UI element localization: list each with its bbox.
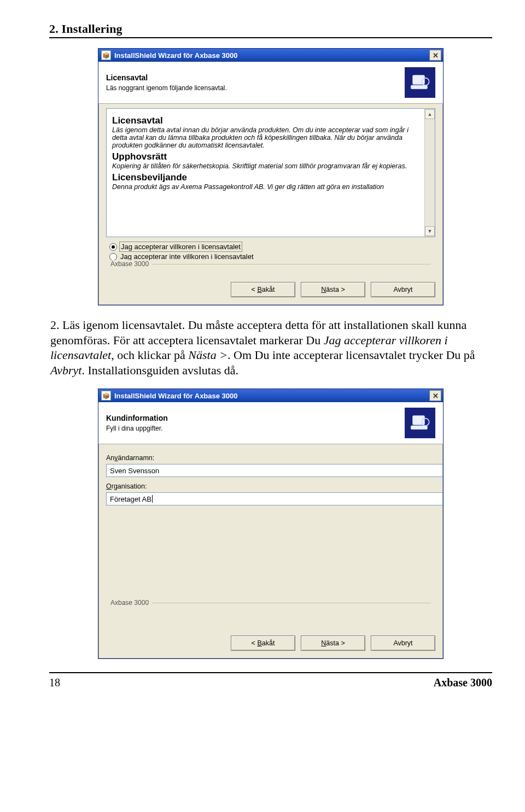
installer-icon: 📦 bbox=[101, 50, 111, 60]
titlebar[interactable]: 📦 InstallShield Wizard för Axbase 3000 ✕ bbox=[98, 49, 443, 62]
next-button[interactable]: Nästa > bbox=[301, 282, 365, 297]
window-title: InstallShield Wizard för Axbase 3000 bbox=[114, 51, 426, 60]
license-para-3: Denna produkt ägs av Axema Passagekontro… bbox=[112, 183, 421, 191]
text-caret-icon bbox=[152, 495, 153, 503]
next-button[interactable]: Nästa > bbox=[301, 636, 365, 651]
radio-accept-label: Jag accepterar villkoren i licensavtalet bbox=[120, 243, 241, 251]
svg-rect-1 bbox=[411, 85, 427, 89]
titlebar[interactable]: 📦 InstallShield Wizard för Axbase 3000 ✕ bbox=[98, 389, 443, 402]
instruction-step-2: 2. Läs igenom licensavtalet. Du måste ac… bbox=[50, 317, 491, 378]
installer-license-dialog: 📦 InstallShield Wizard för Axbase 3000 ✕… bbox=[98, 48, 444, 305]
header-title: Kundinformation bbox=[106, 414, 399, 422]
cancel-button[interactable]: Avbryt bbox=[371, 282, 435, 297]
back-button[interactable]: < Bakåt bbox=[231, 636, 295, 651]
page-number: 18 bbox=[49, 676, 60, 689]
radio-reject-label: Jag accepterar inte villkoren i licensav… bbox=[120, 252, 254, 261]
license-text-box[interactable]: Licensavtal Läs igenom detta avtal innan… bbox=[106, 108, 435, 237]
username-label: Användarnamn: bbox=[106, 454, 435, 462]
license-heading-3: Licensbeviljande bbox=[112, 172, 421, 183]
brand-groupbox: Axbase 3000 bbox=[110, 264, 431, 270]
rule-bottom bbox=[49, 672, 492, 673]
svg-rect-4 bbox=[411, 426, 427, 429]
license-heading-1: Licensavtal bbox=[112, 115, 421, 126]
organization-input[interactable]: Företaget AB bbox=[106, 492, 443, 505]
license-para-2: Kopiering är tillåten för säkerhetskopia… bbox=[112, 162, 421, 170]
cancel-button[interactable]: Avbryt bbox=[371, 636, 435, 651]
page-footer: 18 Axbase 3000 bbox=[49, 676, 492, 689]
section-heading: 2. Installering bbox=[49, 22, 492, 36]
license-heading-2: Upphovsrätt bbox=[112, 151, 421, 162]
radio-icon bbox=[109, 243, 117, 251]
header-subtitle: Läs noggrant igenom följande licensavtal… bbox=[106, 84, 399, 92]
username-input[interactable]: Sven Svensson bbox=[106, 464, 443, 477]
installer-customerinfo-dialog: 📦 InstallShield Wizard för Axbase 3000 ✕… bbox=[98, 389, 444, 659]
close-icon[interactable]: ✕ bbox=[429, 390, 441, 401]
back-button[interactable]: < Bakåt bbox=[231, 282, 295, 297]
header-title: Licensavtal bbox=[106, 73, 399, 82]
radio-reject[interactable]: Jag accepterar inte villkoren i licensav… bbox=[109, 252, 432, 261]
scroll-down-icon[interactable]: ▼ bbox=[425, 226, 435, 236]
close-icon[interactable]: ✕ bbox=[429, 50, 441, 61]
computer-icon bbox=[405, 408, 435, 438]
rule-top bbox=[49, 37, 492, 38]
installer-icon: 📦 bbox=[101, 391, 111, 401]
computer-icon bbox=[405, 67, 435, 98]
license-para-1: Läs igenom detta avtal innan du börjar a… bbox=[112, 126, 421, 149]
dialog-header: Kundinformation Fyll i dina uppgifter. bbox=[98, 402, 443, 444]
brand-groupbox: Axbase 3000 bbox=[110, 603, 431, 609]
radio-accept[interactable]: Jag accepterar villkoren i licensavtalet bbox=[109, 243, 432, 251]
dialog-header: Licensavtal Läs noggrant igenom följande… bbox=[98, 62, 443, 104]
window-title: InstallShield Wizard för Axbase 3000 bbox=[114, 392, 426, 400]
radio-icon bbox=[109, 253, 117, 261]
organization-label: Organisation: bbox=[106, 483, 435, 490]
header-subtitle: Fyll i dina uppgifter. bbox=[106, 425, 399, 432]
scrollbar[interactable]: ▲ ▼ bbox=[424, 109, 435, 237]
footer-title: Axbase 3000 bbox=[434, 676, 492, 689]
scroll-up-icon[interactable]: ▲ bbox=[425, 109, 435, 119]
